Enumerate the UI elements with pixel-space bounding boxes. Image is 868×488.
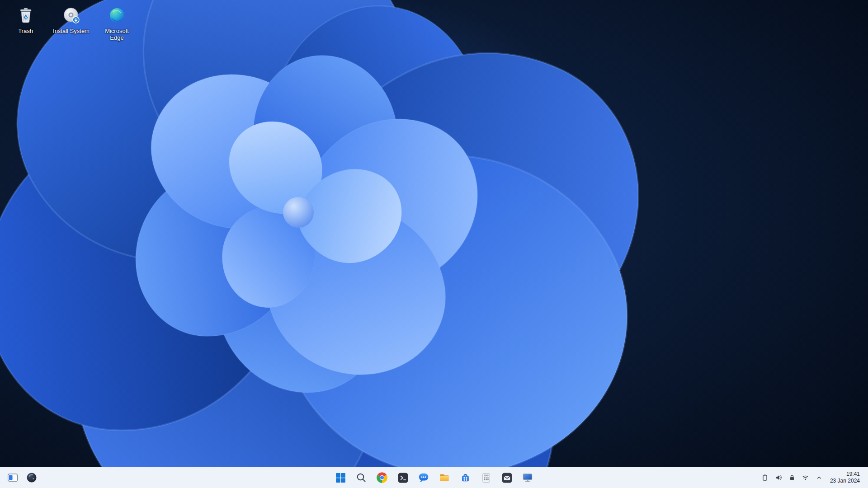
start-icon bbox=[335, 472, 346, 483]
browser-icon bbox=[376, 472, 388, 483]
taskbar-left bbox=[0, 469, 40, 486]
browser-button[interactable] bbox=[373, 469, 391, 487]
display-settings-icon bbox=[522, 472, 533, 483]
chat-icon bbox=[418, 472, 429, 483]
calculator-button[interactable] bbox=[477, 469, 495, 487]
desktop-icon-microsoft-edge[interactable]: Microsoft Edge bbox=[94, 5, 140, 42]
tray-expand-button[interactable] bbox=[813, 470, 826, 485]
terminal-icon bbox=[397, 472, 409, 483]
lock-icon bbox=[788, 474, 796, 481]
desktop-icon-row: Trash Install bbox=[3, 5, 140, 42]
clipboard-icon bbox=[761, 474, 769, 481]
clipboard-tray-button[interactable] bbox=[759, 470, 771, 485]
search-button[interactable] bbox=[352, 469, 370, 487]
desktop-icon-label: Trash bbox=[18, 28, 33, 34]
desktop-icon-label: Microsoft Edge bbox=[98, 28, 136, 42]
wifi-tray-button[interactable] bbox=[799, 470, 812, 485]
store-icon bbox=[460, 472, 471, 483]
chat-button[interactable] bbox=[415, 469, 433, 487]
file-explorer-icon bbox=[439, 472, 450, 483]
lock-tray-button[interactable] bbox=[786, 470, 798, 485]
wallpaper-bloom bbox=[0, 0, 868, 488]
clock-time: 19:41 bbox=[830, 471, 860, 478]
desktop-icon-trash[interactable]: Trash bbox=[3, 5, 48, 42]
workspace-pager-button[interactable] bbox=[5, 469, 21, 486]
assistant-orb-button[interactable] bbox=[24, 469, 40, 486]
trash-icon bbox=[17, 6, 35, 24]
taskbar-center bbox=[331, 469, 537, 487]
wifi-icon bbox=[802, 474, 809, 481]
desktop-icon-install-system[interactable]: Install System bbox=[48, 5, 94, 42]
system-tray: 19:41 23 Jan 2024 bbox=[759, 470, 868, 485]
volume-tray-button[interactable] bbox=[772, 470, 785, 485]
assistant-orb-icon bbox=[26, 472, 37, 483]
terminal-button[interactable] bbox=[394, 469, 412, 487]
file-explorer-button[interactable] bbox=[435, 469, 453, 487]
mail-icon bbox=[501, 472, 513, 483]
microsoft-edge-icon bbox=[108, 6, 126, 24]
clock[interactable]: 19:41 23 Jan 2024 bbox=[826, 470, 861, 485]
chevron-up-icon bbox=[816, 474, 822, 481]
search-icon bbox=[356, 472, 367, 483]
desktop: Trash Install bbox=[0, 0, 868, 488]
mail-button[interactable] bbox=[498, 469, 516, 487]
volume-icon bbox=[775, 474, 782, 481]
install-system-icon bbox=[62, 6, 80, 24]
taskbar: 19:41 23 Jan 2024 bbox=[0, 467, 868, 488]
store-button[interactable] bbox=[456, 469, 474, 487]
desktop-icon-label: Install System bbox=[53, 28, 90, 34]
clock-date: 23 Jan 2024 bbox=[830, 478, 860, 484]
calculator-icon bbox=[481, 472, 492, 483]
display-settings-button[interactable] bbox=[519, 469, 537, 487]
start-button[interactable] bbox=[331, 469, 349, 487]
workspace-pager-icon bbox=[7, 472, 19, 483]
